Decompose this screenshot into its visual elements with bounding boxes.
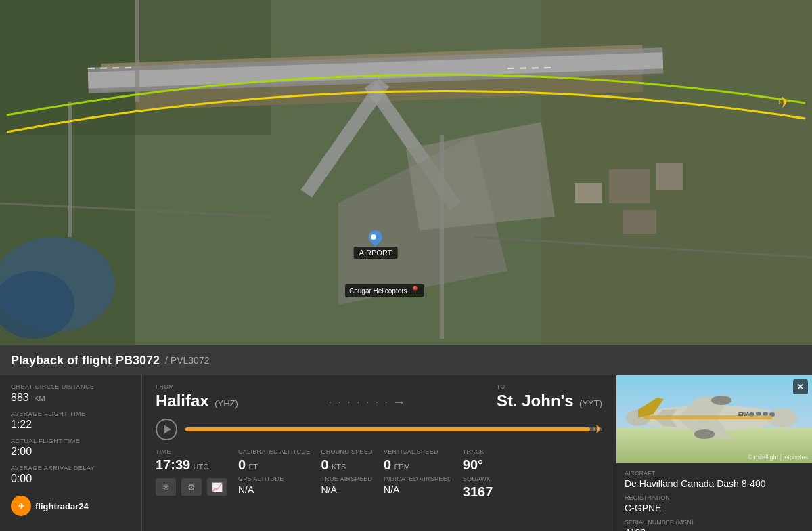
cal-alt-value: 0	[238, 457, 246, 472]
svg-rect-10	[609, 169, 650, 203]
from-city: Halifax	[156, 391, 209, 410]
cal-alt-item: CALIBRATED ALTITUDE 0 FT	[238, 448, 310, 473]
to-code: (YYT)	[579, 398, 602, 408]
map-area: ✈ AIRPORT Cougar Helicopters 📍	[0, 0, 812, 345]
controls-row: ❄ ⚙ 📈	[156, 478, 227, 496]
ground-speed-item: GROUND SPEED 0 KTS	[321, 448, 373, 473]
great-circle-stat: GREAT CIRCLE DISTANCE 883 KM	[11, 383, 131, 404]
true-airspeed-item: TRUE AIRSPEED N/A	[321, 475, 373, 495]
indicated-airspeed-value: N/A	[384, 484, 452, 495]
track-value: 90°	[463, 457, 510, 473]
actual-flight-label: ACTUAL FLIGHT TIME	[11, 438, 131, 444]
great-circle-label: GREAT CIRCLE DISTANCE	[11, 383, 131, 390]
vertical-speed-item: VERTICAL SPEED 0 FPM	[384, 448, 452, 473]
aircraft-panel: ENA © mileflight | jetphotos ✕ AIRCRAFT …	[616, 375, 812, 531]
time-unit: UTC	[194, 463, 209, 471]
altitude-group: CALIBRATED ALTITUDE 0 FT GPS ALTITUDE N/…	[238, 448, 310, 500]
cal-alt-unit: FT	[249, 463, 258, 471]
actual-flight-stat: ACTUAL FLIGHT TIME 2:00	[11, 438, 131, 458]
playback-row: ✈	[156, 419, 602, 440]
avg-flight-value: 1:22	[11, 419, 131, 431]
track-item: TRACK 90°	[463, 448, 510, 473]
svg-point-37	[711, 396, 731, 405]
speed-group: GROUND SPEED 0 KTS TRUE AIRSPEED N/A	[321, 448, 373, 500]
to-label: TO	[497, 383, 602, 390]
gps-alt-label: GPS ALTITUDE	[238, 475, 310, 482]
svg-text:✈: ✈	[777, 93, 790, 111]
track-label: TRACK	[463, 448, 510, 455]
time-label: TIME	[156, 448, 227, 455]
info-panel: Playback of flight PB3072 / PVL3072 GREA…	[0, 345, 812, 531]
close-button[interactable]: ✕	[793, 379, 808, 394]
avg-delay-value: 0:00	[11, 473, 131, 485]
ground-speed-value: 0	[321, 457, 328, 472]
svg-text:✈: ✈	[18, 502, 25, 510]
dots-icon: · · · · · · ·	[329, 396, 390, 407]
indicated-airspeed-label: INDICATED AIRSPEED	[384, 475, 452, 482]
aircraft-info: AIRCRAFT De Havilland Canada Dash 8-400 …	[616, 463, 812, 531]
svg-rect-13	[575, 183, 602, 203]
svg-rect-11	[656, 163, 683, 190]
vertical-speed-unit: FPM	[394, 463, 410, 471]
svg-text:ENA: ENA	[738, 411, 750, 417]
progress-plane-icon: ✈	[593, 422, 603, 437]
heli-text: Cougar Helicopters	[349, 287, 407, 295]
route-to: TO St. John's (YYT)	[497, 383, 602, 410]
gps-alt-item: GPS ALTITUDE N/A	[238, 475, 310, 495]
aircraft-type-value: De Havilland Canada Dash 8-400	[625, 478, 804, 489]
route-row: FROM Halifax (YHZ) · · · · · · · → TO St…	[156, 383, 602, 410]
avg-flight-label: AVERAGE FLIGHT TIME	[11, 410, 131, 417]
aircraft-reg-value: C-GPNE	[625, 503, 804, 513]
svg-rect-21	[135, 0, 139, 102]
cal-alt-label: CALIBRATED ALTITUDE	[238, 448, 310, 455]
title-bar: Playback of flight PB3072 / PVL3072	[0, 345, 812, 375]
vertical-group: VERTICAL SPEED 0 FPM INDICATED AIRSPEED …	[384, 448, 452, 500]
progress-fill	[185, 427, 590, 431]
true-airspeed-label: TRUE AIRSPEED	[321, 475, 373, 482]
aircraft-type-label: AIRCRAFT	[625, 470, 804, 477]
from-label: FROM	[156, 383, 238, 390]
great-circle-value: 883	[11, 391, 29, 403]
flight-alt-id: / PVL3072	[165, 355, 209, 366]
chart-button[interactable]: 📈	[207, 478, 227, 496]
flight-center: FROM Halifax (YHZ) · · · · · · · → TO St…	[142, 375, 616, 531]
progress-bar[interactable]: ✈	[185, 427, 602, 431]
airport-label: AIRPORT	[354, 247, 398, 259]
logo: ✈ flightradar24	[11, 496, 131, 516]
aircraft-reg-label: REGISTRATION	[625, 494, 804, 501]
flight-number: PB3072	[116, 354, 160, 368]
avg-delay-stat: AVERAGE ARRIVAL DELAY 0:00	[11, 465, 131, 485]
play-button[interactable]	[156, 419, 177, 440]
aircraft-photo: ENA © mileflight | jetphotos ✕	[616, 375, 812, 463]
ground-speed-label: GROUND SPEED	[321, 448, 373, 455]
settings-button[interactable]: ⚙	[181, 478, 202, 496]
logo-text: flightradar24	[35, 501, 89, 511]
stats-panel: GREAT CIRCLE DISTANCE 883 KM AVERAGE FLI…	[0, 375, 142, 531]
aircraft-serial-value: 4188	[625, 527, 804, 531]
track-group: TRACK 90° SQUAWK 3167	[463, 448, 510, 500]
ground-speed-unit: KTS	[332, 463, 346, 471]
heli-label: Cougar Helicopters 📍	[345, 284, 424, 297]
squawk-item: SQUAWK 3167	[463, 475, 510, 500]
time-value: 17:39	[156, 457, 190, 472]
snowflake-button[interactable]: ❄	[156, 478, 176, 496]
photo-credit: © mileflight | jetphotos	[748, 454, 808, 461]
squawk-value: 3167	[463, 484, 510, 500]
true-airspeed-value: N/A	[321, 484, 373, 495]
svg-rect-12	[623, 210, 656, 234]
svg-rect-42	[644, 415, 772, 419]
aircraft-reg-item: REGISTRATION C-GPNE	[625, 494, 804, 513]
route-arrow: · · · · · · · →	[238, 394, 497, 410]
main-content: GREAT CIRCLE DISTANCE 883 KM AVERAGE FLI…	[0, 375, 812, 531]
play-icon	[164, 425, 171, 434]
vertical-speed-label: VERTICAL SPEED	[384, 448, 452, 455]
avg-delay-label: AVERAGE ARRIVAL DELAY	[11, 465, 131, 471]
great-circle-unit: KM	[34, 394, 45, 402]
squawk-label: SQUAWK	[463, 475, 510, 482]
svg-point-36	[694, 429, 715, 439]
playback-label: Playback of flight	[11, 354, 112, 368]
aircraft-serial-item: SERIAL NUMBER (MSN) 4188	[625, 519, 804, 531]
time-item: TIME 17:39 UTC ❄ ⚙ 📈	[156, 448, 227, 500]
indicated-airspeed-item: INDICATED AIRSPEED N/A	[384, 475, 452, 495]
from-code: (YHZ)	[215, 398, 238, 408]
